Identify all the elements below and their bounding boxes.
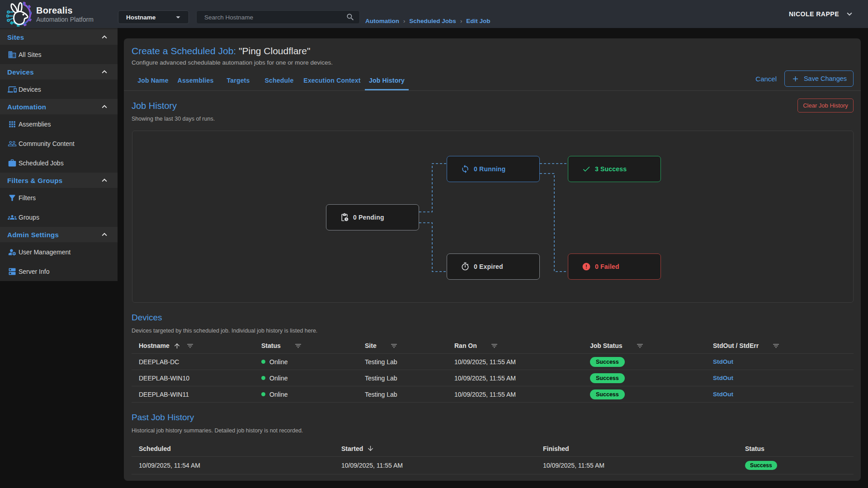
filter-icon[interactable] [636,342,644,350]
cell-hostname: DEEPLAB-WIN11 [132,391,254,398]
tab-label: Assemblies [178,77,214,84]
stdout-link[interactable]: StdOut [713,375,733,381]
flow-node-running[interactable]: 0 Running [447,156,540,182]
building-icon [8,50,17,59]
filter-icon[interactable] [491,342,498,350]
devices-column-header[interactable]: Ran On [447,342,583,350]
flow-node-success[interactable]: 3 Success [568,156,661,182]
sidebar-section-admin-settings[interactable]: Admin Settings [0,227,118,242]
devices-table-header: HostnameStatusSiteRan OnJob StatusStdOut… [132,338,854,354]
search-icon[interactable] [346,13,355,22]
success-badge: Success [590,357,625,367]
devices-column-header[interactable]: Hostname [132,342,254,350]
past-job-history-subtitle: Historical job history summaries. Detail… [132,427,303,434]
cell-site: Testing Lab [358,358,447,366]
flow-node-pending[interactable]: 0 Pending [326,204,419,230]
user-menu[interactable]: NICOLE RAPPE [789,0,854,28]
past-column-header[interactable]: Status [738,445,854,452]
stdout-link[interactable]: StdOut [713,391,733,398]
sidebar-item-groups[interactable]: Groups [0,207,118,227]
chevron-up-icon [99,32,109,42]
online-status-dot [261,376,265,380]
cancel-button[interactable]: Cancel [755,75,777,83]
running-count-label: 0 Running [474,165,505,173]
stdout-link[interactable]: StdOut [713,358,733,365]
timer-icon [461,262,470,271]
sidebar-item-community-content[interactable]: Community Content [0,134,118,153]
job-history-title: Job History [132,101,177,111]
sidebar-item-user-management[interactable]: User Management [0,242,118,262]
breadcrumb-edit-job[interactable]: Edit Job [466,18,490,24]
cell-status: Online [254,391,358,398]
online-status-dot [261,392,265,396]
sidebar-item-label: User Management [19,249,71,256]
past-table-row[interactable]: 10/09/2025, 11:54 AM 10/09/2025, 11:55 A… [132,457,854,474]
sidebar-item-devices[interactable]: Devices [0,80,118,99]
cell-finished: 10/09/2025, 11:55 AM [536,462,738,469]
sidebar-section-label: Filters & Groups [7,177,62,184]
tab-assemblies[interactable]: Assemblies [171,70,220,90]
breadcrumb-scheduled-jobs[interactable]: Scheduled Jobs [409,18,456,24]
tab-label: Targets [227,77,250,84]
briefcase-icon [8,159,17,168]
tab-job-name[interactable]: Job Name [131,70,175,90]
brand-name: Borealis [36,5,94,15]
sidebar-section-sites[interactable]: Sites [0,29,118,45]
devices-column-header[interactable]: StdOut / StdErr [706,342,854,350]
borealis-rabbit-logo-icon [6,1,32,27]
past-job-history-table: ScheduledStartedFinishedStatus 10/09/202… [132,441,854,474]
success-badge: Success [590,389,625,399]
past-column-header[interactable]: Scheduled [132,445,334,452]
past-column-header[interactable]: Finished [536,445,738,452]
filter-icon[interactable] [294,342,302,350]
devices-table-row[interactable]: DEEPLAB-WIN11 Online Testing Lab 10/09/2… [132,386,854,403]
tabs: Job NameAssembliesTargetsScheduleExecuti… [124,70,861,91]
sort-ascending-icon[interactable] [173,342,181,350]
filter-icon[interactable] [772,342,780,350]
devices-column-header[interactable]: Site [358,342,447,350]
cell-site: Testing Lab [358,375,447,382]
filter-icon[interactable] [186,342,194,350]
sort-descending-icon[interactable] [367,445,374,452]
tab-targets[interactable]: Targets [220,70,256,90]
clear-job-history-button[interactable]: Clear Job History [797,99,854,113]
sidebar-section-filters-groups[interactable]: Filters & Groups [0,173,118,188]
search-field-select[interactable]: Hostname [118,10,189,24]
sidebar-section-devices[interactable]: Devices [0,64,118,80]
sidebar-section-automation[interactable]: Automation [0,99,118,114]
tab-job-history[interactable]: Job History [365,70,409,90]
flow-node-expired[interactable]: 0 Expired [447,253,540,280]
past-column-header[interactable]: Started [334,445,536,452]
cell-ran-on: 10/09/2025, 11:55 AM [447,358,583,366]
save-changes-button[interactable]: Save Changes [784,70,854,87]
tab-label: Execution Context [303,77,360,84]
cell-job-status: Success [583,373,706,383]
devices-table-row[interactable]: DEEPLAB-DC Online Testing Lab 10/09/2025… [132,354,854,370]
filter-icon[interactable] [390,342,398,350]
pending-count-label: 0 Pending [353,214,384,221]
devices-table-row[interactable]: DEEPLAB-WIN10 Online Testing Lab 10/09/2… [132,370,854,386]
plus-icon [791,75,800,83]
breadcrumb-automation[interactable]: Automation [365,18,399,24]
tab-execution-context[interactable]: Execution Context [297,70,367,90]
sidebar: SitesAll SitesDevicesDevicesAutomationAs… [0,28,118,281]
flow-node-failed[interactable]: 0 Failed [568,253,661,280]
grid-icon [8,120,17,129]
success-count-label: 3 Success [595,165,627,173]
sidebar-item-all-sites[interactable]: All Sites [0,45,118,64]
tab-schedule[interactable]: Schedule [258,70,300,90]
sidebar-item-filters[interactable]: Filters [0,188,118,207]
sidebar-item-server-info[interactable]: Server Info [0,262,118,281]
search-box [196,10,360,24]
sidebar-item-assemblies[interactable]: Assemblies [0,114,118,134]
cell-ran-on: 10/09/2025, 11:55 AM [447,375,583,382]
search-input[interactable] [204,14,346,21]
devices-column-header[interactable]: Status [254,342,358,350]
devices-column-header[interactable]: Job Status [583,342,706,350]
job-status-flow: 0 Pending 0 Running 0 Expired 3 Success … [132,131,854,303]
sidebar-section-label: Automation [7,103,46,111]
chevron-up-icon [99,67,109,77]
groups-icon [8,213,17,222]
sidebar-item-scheduled-jobs[interactable]: Scheduled Jobs [0,153,118,173]
chevron-up-icon [99,175,109,185]
